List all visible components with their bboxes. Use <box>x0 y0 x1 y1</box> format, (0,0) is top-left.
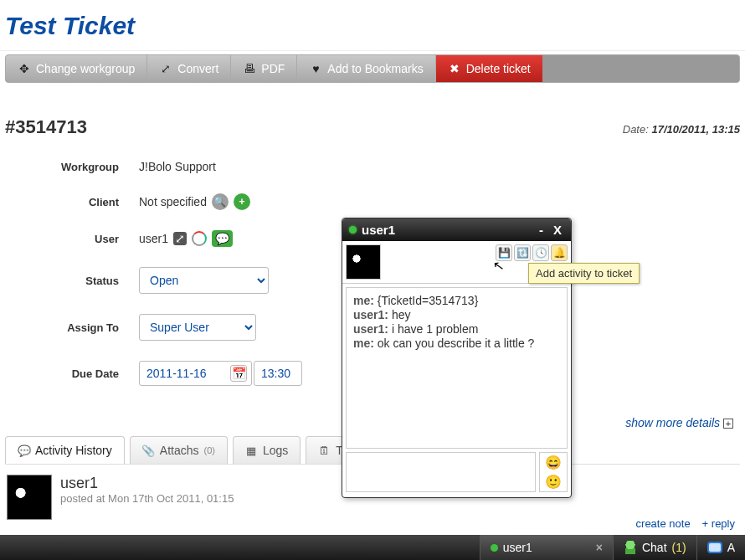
search-client-icon[interactable]: 🔍 <box>212 193 229 210</box>
create-note-link[interactable]: create note <box>636 517 691 530</box>
convert-button[interactable]: ⤢ Convert <box>147 55 231 82</box>
chat-line: me: {TicketId=3514713} <box>353 294 560 307</box>
chat-bubble-icon <box>707 542 722 553</box>
activity-posted: posted at Mon 17th Oct 2011, 01:15 <box>60 492 234 505</box>
assign-label: Assign To <box>5 321 139 334</box>
action-toolbar: ✥ Change workgroup ⤢ Convert 🖶 PDF ♥ Add… <box>5 54 740 83</box>
reply-links: create note + reply <box>636 517 735 530</box>
user-chat-icon[interactable]: 💬 <box>212 230 233 247</box>
heart-icon: ♥ <box>309 62 322 75</box>
chat-line: user1: i have 1 problem <box>353 322 560 336</box>
client-value: Not specified <box>139 195 207 208</box>
ticket-date: Date: 17/10/2011, 13:15 <box>623 123 740 136</box>
chat-sender: me: <box>353 337 378 350</box>
tab-activity-history[interactable]: 💬 Activity History <box>5 436 125 464</box>
comment-icon: 💬 <box>18 444 30 457</box>
chat-titlebar[interactable]: user1 - X <box>342 218 571 241</box>
bottombar-user-tab[interactable]: user1 × <box>480 535 613 560</box>
tab-attachments[interactable]: 📎 Attachs (0) <box>130 436 228 464</box>
assign-select[interactable]: Super User <box>139 314 256 341</box>
bottombar-chat-tab[interactable]: Chat (1) <box>613 535 696 560</box>
chat-sender: user1: <box>353 322 392 336</box>
chat-text: {TicketId=3514713} <box>378 294 479 307</box>
chat-add-activity-icon[interactable]: 🔔 <box>551 244 568 261</box>
tab-attachs-label: Attachs <box>160 444 199 457</box>
emoji-smile-icon[interactable]: 🙂 <box>545 474 562 490</box>
chat-share-icon[interactable]: 🔃 <box>514 244 531 261</box>
ticket-date-value: 17/10/2011, 13:15 <box>651 123 740 136</box>
person-icon <box>624 541 637 554</box>
bottombar-messages-tab[interactable]: A <box>696 535 745 560</box>
bottombar-right-label: A <box>727 541 735 554</box>
bottombar-chat-label: Chat <box>642 541 667 554</box>
chat-minimize-button[interactable]: - <box>537 223 546 237</box>
user-value: user1 <box>139 232 168 245</box>
status-select[interactable]: Open <box>139 267 269 294</box>
client-label: Client <box>5 196 139 208</box>
chat-title-text: user1 <box>362 223 395 237</box>
chat-transcript[interactable]: me: {TicketId=3514713}user1: heyuser1: i… <box>346 287 568 449</box>
page-title: Test Ticket <box>0 0 745 51</box>
status-online-icon <box>349 226 357 234</box>
tab-activity-label: Activity History <box>35 444 112 457</box>
chat-emoji-panel: 😄 🙂 <box>539 452 568 492</box>
plus-icon: + <box>723 419 733 429</box>
bottombar-user-label: user1 <box>503 541 532 554</box>
chat-toolbar: 💾 🔃 🕓 🔔 ↖ Add activity to ticket <box>342 241 571 284</box>
status-online-icon <box>491 544 498 552</box>
delete-ticket-button[interactable]: ✖ Delete ticket <box>436 55 542 82</box>
add-client-icon[interactable]: + <box>234 193 250 210</box>
tab-logs-label: Logs <box>263 444 288 457</box>
bottombar-chat-count: (1) <box>672 541 686 554</box>
bookmark-label: Add to Bookmarks <box>327 62 423 75</box>
convert-label: Convert <box>177 62 218 75</box>
move-icon: ✥ <box>18 62 31 75</box>
delete-icon: ✖ <box>448 62 461 75</box>
chat-tooltip: Add activity to ticket <box>528 263 640 284</box>
ticket-meta-row: #3514713 Date: 17/10/2011, 13:15 <box>0 83 745 138</box>
chat-text: hey <box>392 308 411 321</box>
bottombar-user-close-icon[interactable]: × <box>596 541 603 554</box>
chat-history-icon[interactable]: 🕓 <box>532 244 549 261</box>
ticket-date-label: Date: <box>623 123 649 136</box>
avatar <box>7 475 52 520</box>
chat-text: i have 1 problem <box>392 322 479 336</box>
calendar-icon[interactable]: 📅 <box>230 365 247 382</box>
tab-attachs-count: (0) <box>204 445 215 455</box>
workgroup-value: J!Bolo Support <box>139 160 216 173</box>
chat-line: me: ok can you describe it a little ? <box>353 337 560 350</box>
chat-window: user1 - X 💾 🔃 🕓 🔔 ↖ Add activity to tick… <box>342 218 572 498</box>
due-date-label: Due Date <box>5 367 139 380</box>
reply-link[interactable]: + reply <box>702 517 735 530</box>
emoji-laugh-icon[interactable]: 😄 <box>545 455 562 470</box>
chat-input[interactable] <box>346 452 536 492</box>
grid-icon: ▦ <box>245 444 258 457</box>
bookmark-button[interactable]: ♥ Add to Bookmarks <box>297 55 435 82</box>
due-time-input[interactable] <box>254 361 302 386</box>
change-workgroup-button[interactable]: ✥ Change workgroup <box>6 55 147 82</box>
chat-avatar <box>346 244 381 280</box>
pdf-label: PDF <box>261 62 285 75</box>
delete-ticket-label: Delete ticket <box>466 62 531 75</box>
user-refresh-icon[interactable] <box>192 231 207 246</box>
change-workgroup-label: Change workgroup <box>36 62 135 75</box>
user-label: User <box>5 233 139 245</box>
paperclip-icon: 📎 <box>142 444 155 457</box>
ticket-number: #3514713 <box>5 116 87 138</box>
chat-sender: user1: <box>353 308 392 321</box>
pdf-button[interactable]: 🖶 PDF <box>231 55 297 82</box>
chat-text: ok can you describe it a little ? <box>378 337 535 350</box>
tab-logs[interactable]: ▦ Logs <box>233 436 301 464</box>
status-label: Status <box>5 275 139 287</box>
user-expand-icon[interactable]: ⤢ <box>173 232 187 245</box>
expand-icon: ⤢ <box>159 62 172 75</box>
workgroup-label: Workgroup <box>5 161 139 173</box>
calendar-small-icon: 🗓 <box>318 444 331 457</box>
printer-icon: 🖶 <box>243 62 256 75</box>
activity-user: user1 <box>60 475 234 492</box>
chat-close-button[interactable]: X <box>551 223 564 237</box>
chat-sender: me: <box>353 294 378 307</box>
chat-line: user1: hey <box>353 308 560 321</box>
bottom-bar: user1 × Chat (1) A <box>0 535 745 560</box>
